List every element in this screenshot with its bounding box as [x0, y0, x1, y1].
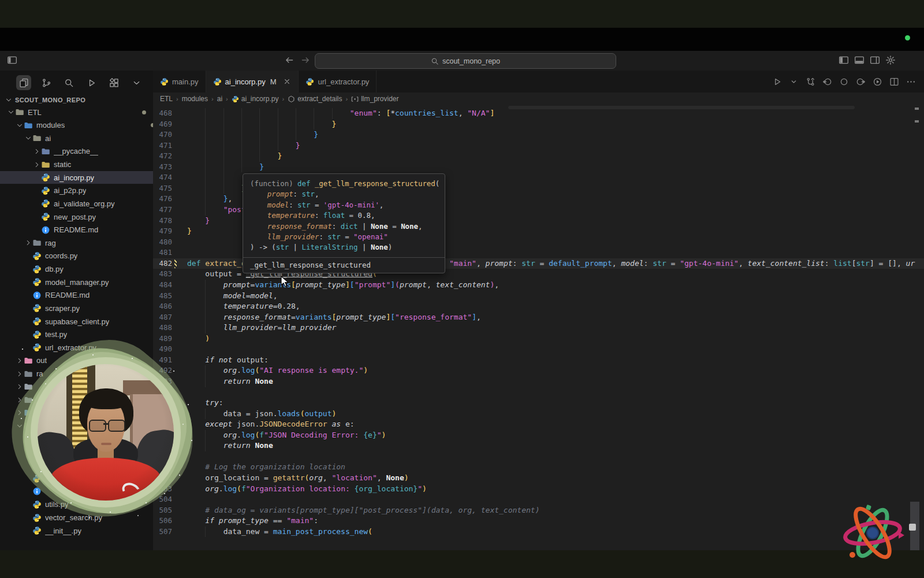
code-line-485[interactable]: 485 model=model, [153, 291, 924, 302]
tab-ai_incorp.py[interactable]: ai_incorp.pyM [206, 71, 299, 92]
circle-arrow-left-icon[interactable] [822, 77, 832, 87]
code-line-505[interactable]: 505 # data_og = variants[prompt_type]["p… [153, 505, 924, 516]
breadcrumb-extract_details[interactable]: extract_details [288, 95, 342, 103]
code-text: } [187, 129, 318, 140]
line-number: 471 [155, 140, 172, 151]
breadcrumb-label: extract_details [297, 95, 342, 103]
tree-item-db.py[interactable]: db.py [0, 263, 177, 276]
tooltip-footer: _get_llm_response_structured [243, 257, 445, 273]
python-icon [41, 173, 50, 182]
chevron-down-icon [16, 121, 24, 129]
close-icon[interactable] [283, 77, 291, 86]
line-number: 477 [155, 205, 172, 216]
code-line-503[interactable]: 503 org.log(f"Organization location: {or… [153, 484, 924, 495]
code-line-490[interactable]: 490 [153, 344, 924, 355]
code-line-496[interactable]: 496 data = json.loads(output) [153, 409, 924, 420]
activity-extensions-icon[interactable] [106, 75, 121, 90]
tree-item-label: coords.py [45, 251, 77, 260]
code-line-500[interactable]: 500 [153, 451, 924, 462]
code-line-487[interactable]: 487 response_format=variants[prompt_type… [153, 312, 924, 323]
code-line-471[interactable]: 471 } [153, 140, 924, 151]
tooltip-line: (function) def _get_llm_response_structu… [250, 179, 438, 189]
python-icon [32, 265, 42, 274]
scrollbar-thumb[interactable] [909, 524, 916, 531]
code-line-499[interactable]: 499 return None [153, 440, 924, 451]
circle-arrow-right-icon[interactable] [856, 77, 866, 87]
code-line-507[interactable]: 507 data_new = main_post_process_new( [153, 527, 924, 538]
code-line-498[interactable]: 498 org.log(f"JSON Decoding Error: {e}") [153, 430, 924, 441]
code-text: try: [187, 398, 223, 409]
navigate-forward-icon[interactable] [300, 55, 311, 65]
code-line-493[interactable]: 493 return None [153, 376, 924, 387]
toggle-panel-right-icon[interactable] [870, 55, 880, 65]
tree-item-modules[interactable]: modules [0, 119, 169, 132]
activity-run-debug-icon[interactable] [84, 75, 99, 90]
activity-chevron-down-icon[interactable] [129, 75, 144, 90]
tree-item-rag[interactable]: rag [0, 236, 177, 249]
code-line-492[interactable]: 492 org.log("AI response is empty.") [153, 365, 924, 376]
code-line-489[interactable]: 489 ) [153, 334, 924, 344]
tree-item-test.py[interactable]: test.py [0, 328, 177, 341]
tree-item-ai[interactable]: ai [0, 132, 177, 144]
ellipsis-icon[interactable] [906, 77, 916, 87]
code-line-470[interactable]: 470 } [153, 129, 924, 140]
tree-item-label: README.md [54, 225, 98, 234]
line-number: 472 [155, 151, 172, 162]
activity-search-icon[interactable] [61, 75, 76, 90]
code-line-469[interactable]: 469 } [153, 119, 924, 130]
git-graph-icon[interactable] [806, 77, 815, 87]
breadcrumb-ETL[interactable]: ETL [160, 95, 173, 103]
tree-item-ETL[interactable]: ETL [0, 106, 160, 118]
run-icon[interactable] [772, 77, 782, 87]
code-line-488[interactable]: 488 llm_provider=llm_provider [153, 323, 924, 334]
line-number: 481 [155, 247, 172, 258]
navigate-back-icon[interactable] [284, 55, 295, 65]
code-line-504[interactable]: 504 [153, 494, 924, 505]
code-line-473[interactable]: 473 } [153, 162, 924, 173]
code-line-497[interactable]: 497 except json.JSONDecodeError as e: [153, 419, 924, 430]
breadcrumb-ai_incorp.py[interactable]: ai_incorp.py [232, 95, 279, 103]
code-line-502[interactable]: 502 org_location = getattr(org, "locatio… [153, 473, 924, 484]
code-text: } [187, 216, 210, 227]
code-line-484[interactable]: 484 prompt=variants[prompt_type]["prompt… [153, 280, 924, 291]
explorer-root-header[interactable]: SCOUT_MONO_REPO [5, 94, 85, 106]
tab-url_extractor.py[interactable]: url_extractor.py [299, 71, 377, 92]
tree-item-coords.py[interactable]: coords.py [0, 250, 177, 262]
folder-icon [41, 160, 50, 169]
tab-modified-badge: M [270, 77, 277, 86]
code-line-501[interactable]: 501 # Log the organization location [153, 462, 924, 473]
code-line-495[interactable]: 495 try: [153, 398, 924, 409]
tree-item-label: ai_validate_org.py [54, 199, 115, 208]
tab-main.py[interactable]: main.py [153, 71, 206, 92]
command-center-search[interactable]: scout_mono_repo [315, 53, 616, 69]
breadcrumb-ai[interactable]: ai [217, 95, 222, 103]
code-line-486[interactable]: 486 temperature=0.28, [153, 301, 924, 312]
tree-item-supabase_client.py[interactable]: supabase_client.py [0, 315, 177, 328]
tree-item-model_manager.py[interactable]: model_manager.py [0, 276, 177, 288]
code-line-494[interactable]: 494 [153, 387, 924, 398]
tree-item-label: ai_p2p.py [54, 186, 86, 195]
code-line-491[interactable]: 491 if not output: [153, 355, 924, 366]
gear-icon[interactable] [885, 55, 896, 65]
code-area[interactable]: 468 "enum": [*countries_list, "N/A"]469 … [153, 105, 924, 550]
circle-o-icon[interactable] [839, 77, 849, 87]
code-line-506[interactable]: 506 if prompt_type == "main": [153, 516, 924, 527]
breadcrumb-llm_provider[interactable]: llm_provider [351, 95, 398, 103]
run-circle-icon[interactable] [873, 77, 882, 87]
split-editor-icon[interactable] [889, 77, 899, 87]
breadcrumb-modules[interactable]: modules [182, 95, 208, 103]
tree-item-__init__.py[interactable]: __init__.py [0, 524, 177, 537]
activity-files-icon[interactable] [16, 75, 31, 90]
tree-item-README.md[interactable]: README.md [0, 289, 177, 302]
code-line-468[interactable]: 468 "enum": [*countries_list, "N/A"] [153, 108, 924, 119]
layout-sidebar-icon[interactable] [7, 55, 17, 65]
toggle-panel-bottom-icon[interactable] [854, 55, 865, 65]
tree-item-scraper.py[interactable]: scraper.py [0, 302, 177, 314]
twisty-spacer [24, 304, 32, 312]
tab-bar: main.pyai_incorp.pyMurl_extractor.py [153, 71, 924, 92]
toggle-panel-left-icon[interactable] [839, 55, 849, 65]
chev-sm-icon[interactable] [789, 77, 799, 87]
code-line-472[interactable]: 472 } [153, 151, 924, 162]
activity-source-control-icon[interactable] [39, 75, 54, 90]
tab-label: url_extractor.py [318, 77, 369, 86]
